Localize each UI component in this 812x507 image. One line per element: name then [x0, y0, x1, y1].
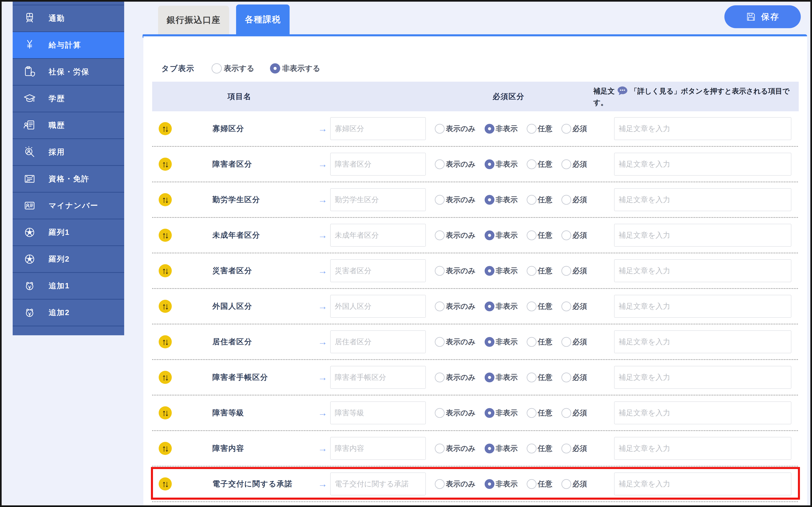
radio-circle[interactable]: [435, 195, 445, 205]
required-option[interactable]: 非表示: [485, 124, 518, 134]
field-name-input[interactable]: [330, 366, 426, 389]
radio-circle[interactable]: [561, 230, 571, 240]
field-name-input[interactable]: [330, 401, 426, 424]
tooltip-bubble-icon[interactable]: [617, 86, 628, 96]
required-option[interactable]: 非表示: [485, 444, 518, 453]
radio-circle[interactable]: [435, 444, 445, 453]
radio-circle-selected[interactable]: [485, 301, 494, 311]
radio-circle-selected[interactable]: [485, 479, 494, 489]
required-option[interactable]: 必須: [561, 301, 587, 312]
radio-circle[interactable]: [435, 408, 445, 418]
radio-circle-selected[interactable]: [485, 337, 494, 347]
drag-handle[interactable]: ↑↓: [159, 477, 172, 491]
radio-circle[interactable]: [561, 195, 571, 205]
radio-hide-option[interactable]: 非表示する: [270, 63, 320, 73]
supplement-input[interactable]: [614, 224, 792, 247]
radio-circle[interactable]: [561, 479, 571, 489]
field-name-input[interactable]: [330, 437, 426, 460]
radio-circle[interactable]: [527, 373, 537, 382]
required-option[interactable]: 表示のみ: [435, 301, 476, 312]
radio-circle[interactable]: [435, 159, 445, 169]
supplement-input[interactable]: [614, 117, 792, 140]
required-option[interactable]: 非表示: [485, 479, 518, 489]
radio-circle[interactable]: [527, 159, 537, 169]
required-option[interactable]: 表示のみ: [435, 373, 476, 383]
drag-handle[interactable]: ↑↓: [159, 158, 172, 171]
required-option[interactable]: 非表示: [485, 266, 518, 276]
radio-circle[interactable]: [527, 479, 537, 489]
sidebar-item-7[interactable]: 資格・免許: [13, 166, 124, 192]
field-name-input[interactable]: [330, 472, 426, 495]
field-name-input[interactable]: [330, 224, 426, 247]
field-name-input[interactable]: [330, 188, 426, 211]
required-option[interactable]: 任意: [527, 444, 552, 453]
supplement-input[interactable]: [614, 472, 792, 495]
required-option[interactable]: 表示のみ: [435, 195, 476, 205]
required-option[interactable]: 必須: [561, 337, 587, 347]
radio-circle-selected[interactable]: [485, 408, 494, 418]
required-option[interactable]: 任意: [527, 159, 552, 169]
required-option[interactable]: 非表示: [485, 408, 518, 418]
radio-circle[interactable]: [561, 337, 571, 347]
supplement-input[interactable]: [614, 401, 792, 424]
sidebar-item-12[interactable]: 追加2: [13, 299, 124, 326]
radio-circle[interactable]: [435, 373, 445, 382]
required-option[interactable]: 任意: [527, 301, 552, 312]
required-option[interactable]: 必須: [561, 230, 587, 240]
required-option[interactable]: 表示のみ: [435, 266, 476, 276]
field-name-input[interactable]: [330, 259, 426, 282]
radio-circle[interactable]: [527, 408, 537, 418]
radio-circle[interactable]: [435, 124, 445, 133]
field-name-input[interactable]: [330, 117, 426, 140]
required-option[interactable]: 任意: [527, 479, 552, 489]
drag-handle[interactable]: ↑↓: [159, 229, 172, 242]
radio-circle[interactable]: [561, 444, 571, 453]
radio-circle[interactable]: [527, 266, 537, 276]
sidebar-item-5[interactable]: 職歴: [13, 112, 124, 139]
tab-bank-account[interactable]: 銀行振込口座: [158, 6, 229, 34]
required-option[interactable]: 非表示: [485, 301, 518, 312]
radio-circle[interactable]: [435, 301, 445, 311]
required-option[interactable]: 必須: [561, 408, 587, 418]
radio-circle[interactable]: [561, 124, 571, 133]
radio-circle-selected[interactable]: [270, 63, 280, 73]
field-name-input[interactable]: [330, 153, 426, 176]
drag-handle[interactable]: ↑↓: [159, 335, 172, 348]
supplement-input[interactable]: [614, 366, 792, 389]
supplement-input[interactable]: [614, 437, 792, 460]
radio-circle[interactable]: [561, 408, 571, 418]
sidebar-item-3[interactable]: 社保・労保: [13, 59, 124, 86]
drag-handle[interactable]: ↑↓: [159, 371, 172, 384]
required-option[interactable]: 非表示: [485, 159, 518, 169]
required-option[interactable]: 表示のみ: [435, 337, 476, 347]
sidebar-item-10[interactable]: 羅列2: [13, 246, 124, 273]
required-option[interactable]: 非表示: [485, 195, 518, 205]
field-name-input[interactable]: [330, 295, 426, 318]
supplement-input[interactable]: [614, 330, 792, 353]
sidebar-item-11[interactable]: 追加1: [13, 273, 124, 299]
radio-circle-selected[interactable]: [485, 266, 494, 276]
sidebar-item-4[interactable]: 学歴: [13, 86, 124, 112]
radio-circle[interactable]: [212, 63, 222, 73]
drag-handle[interactable]: ↑↓: [159, 300, 172, 313]
radio-circle-selected[interactable]: [485, 159, 494, 169]
radio-show-option[interactable]: 表示する: [212, 63, 255, 73]
required-option[interactable]: 表示のみ: [435, 124, 476, 134]
drag-handle[interactable]: ↑↓: [159, 122, 172, 135]
radio-circle[interactable]: [527, 444, 537, 453]
required-option[interactable]: 非表示: [485, 337, 518, 347]
drag-handle[interactable]: ↑↓: [159, 442, 172, 455]
required-option[interactable]: 必須: [561, 124, 587, 134]
supplement-input[interactable]: [614, 153, 792, 176]
radio-circle[interactable]: [561, 301, 571, 311]
required-option[interactable]: 任意: [527, 408, 552, 418]
sidebar-item-9[interactable]: 羅列1: [13, 219, 124, 246]
required-option[interactable]: 表示のみ: [435, 479, 476, 489]
required-option[interactable]: 必須: [561, 159, 587, 169]
save-button[interactable]: 保存: [724, 5, 801, 28]
radio-circle[interactable]: [561, 266, 571, 276]
required-option[interactable]: 必須: [561, 373, 587, 383]
radio-circle[interactable]: [561, 373, 571, 382]
radio-circle-selected[interactable]: [485, 124, 494, 133]
drag-handle[interactable]: ↑↓: [159, 264, 172, 277]
